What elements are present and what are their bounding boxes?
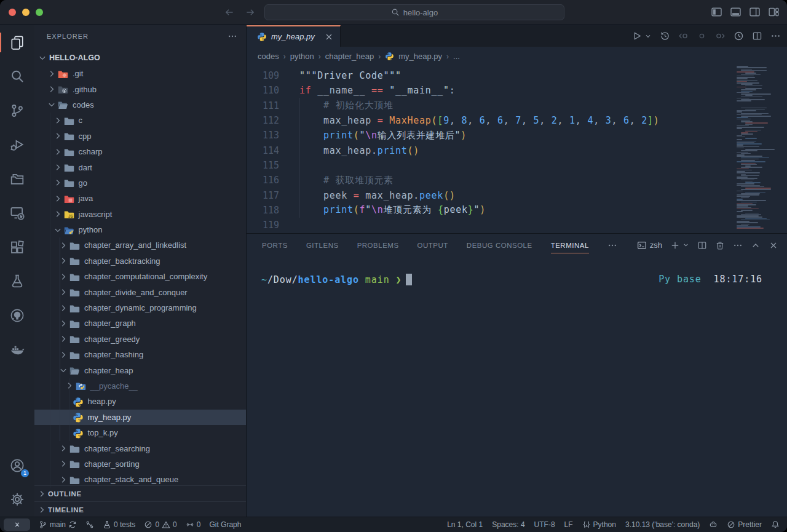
folder-chapter_sorting[interactable]: chapter_sorting xyxy=(34,456,246,472)
timeline-history-icon[interactable] xyxy=(660,31,670,41)
remote-indicator[interactable] xyxy=(4,518,30,531)
activity-extensions[interactable] xyxy=(0,230,34,264)
tree-root[interactable]: HELLO-ALGO xyxy=(34,50,246,66)
breadcrumb-item[interactable]: ... xyxy=(453,52,460,61)
panel-tab-output[interactable]: OUTPUT xyxy=(417,234,448,256)
terminal-dropdown-icon[interactable] xyxy=(682,242,689,248)
folder-chapter_backtracking[interactable]: chapter_backtracking xyxy=(34,253,246,269)
status-broadcast[interactable]: 0 xyxy=(186,520,201,529)
views-more-actions-icon[interactable] xyxy=(227,31,237,41)
breadcrumb-item[interactable]: my_heap.py xyxy=(398,52,442,61)
activity-github[interactable] xyxy=(0,298,34,333)
folder-codes[interactable]: codes xyxy=(34,97,246,113)
change-icon[interactable] xyxy=(697,31,707,41)
maximize-panel-icon[interactable] xyxy=(751,240,761,250)
activity-source-control[interactable] xyxy=(0,93,34,128)
folder-chapter_searching[interactable]: chapter_searching xyxy=(34,440,246,456)
panel-tab-terminal[interactable]: TERMINAL xyxy=(551,234,589,256)
panel-tab-gitlens[interactable]: GITLENS xyxy=(306,234,339,256)
status-gitlens-compare[interactable] xyxy=(85,520,94,529)
close-tab-icon[interactable] xyxy=(324,32,334,42)
folder-chapter_divide_and_conquer[interactable]: chapter_divide_and_conquer xyxy=(34,284,246,300)
previous-change-icon[interactable] xyxy=(678,31,689,41)
panel-tab-debug-console[interactable]: DEBUG CONSOLE xyxy=(467,234,532,256)
kill-terminal-icon[interactable] xyxy=(715,240,725,250)
panel-tab-problems[interactable]: PROBLEMS xyxy=(357,234,399,256)
toggle-panel-icon[interactable] xyxy=(730,6,742,18)
folder-chapter_array_and_linkedlist[interactable]: chapter_array_and_linkedlist xyxy=(34,237,246,253)
status-indentation[interactable]: Spaces: 4 xyxy=(492,520,524,529)
panel-more-icon[interactable] xyxy=(607,240,617,250)
folder-python[interactable]: python xyxy=(34,222,246,237)
folder-chapter_dynamic_programming[interactable]: chapter_dynamic_programming xyxy=(34,300,246,316)
status-copilot[interactable] xyxy=(709,520,718,529)
tab-my-heap[interactable]: my_heap.py xyxy=(247,25,341,47)
panel-tab-ports[interactable]: PORTS xyxy=(262,234,288,256)
folder-dart[interactable]: dart xyxy=(34,159,246,175)
status-prettier[interactable]: Prettier xyxy=(727,520,762,529)
activity-project-manager[interactable] xyxy=(0,162,34,196)
zoom-window-button[interactable] xyxy=(36,9,43,16)
status-encoding[interactable]: UTF-8 xyxy=(534,520,555,529)
back-arrow-icon[interactable] xyxy=(224,7,235,18)
status-eol[interactable]: LF xyxy=(564,520,573,529)
status-git-graph[interactable]: Git Graph xyxy=(209,520,241,529)
folder-cpp[interactable]: cpp xyxy=(34,129,246,144)
folder-chapter_heap[interactable]: chapter_heap xyxy=(34,362,246,378)
command-center-search[interactable]: hello-algo xyxy=(264,4,564,20)
status-language-mode[interactable]: Python xyxy=(582,520,616,529)
status-tests[interactable]: 0 tests xyxy=(103,520,135,529)
folder-csharp[interactable]: csharp xyxy=(34,144,246,159)
customize-layout-icon[interactable] xyxy=(768,6,780,18)
activity-testing[interactable] xyxy=(0,264,34,299)
activity-explorer[interactable] xyxy=(0,25,34,60)
folder-chapter_hashing[interactable]: chapter_hashing xyxy=(34,347,246,362)
outline-section[interactable]: OUTLINE xyxy=(34,485,246,501)
folder-java[interactable]: java xyxy=(34,191,246,206)
more-actions-icon[interactable] xyxy=(770,31,781,41)
folder-go[interactable]: go xyxy=(34,175,246,191)
activity-settings[interactable] xyxy=(0,483,34,517)
file-heap.py[interactable]: heap.py xyxy=(34,394,246,409)
close-panel-icon[interactable] xyxy=(769,240,778,250)
terminal-profile[interactable]: zsh xyxy=(637,240,662,250)
folder-chapter_greedy[interactable]: chapter_greedy xyxy=(34,332,246,347)
activity-accounts[interactable]: 1 xyxy=(0,448,34,483)
folder-.git[interactable]: .git xyxy=(34,66,246,81)
split-terminal-icon[interactable] xyxy=(697,240,707,250)
folder-chapter_computational_complexity[interactable]: chapter_computational_complexity xyxy=(34,269,246,284)
folder-.github[interactable]: .github xyxy=(34,81,246,97)
close-window-button[interactable] xyxy=(9,9,16,16)
activity-run-and-debug[interactable] xyxy=(0,128,34,162)
new-terminal-icon[interactable] xyxy=(670,240,680,250)
file-top_k.py[interactable]: top_k.py xyxy=(34,425,246,440)
activity-remote-explorer[interactable] xyxy=(0,196,34,231)
activity-docker[interactable] xyxy=(0,333,34,367)
timer-icon[interactable] xyxy=(734,31,744,41)
breadcrumb-item[interactable]: python xyxy=(290,52,314,61)
terminal[interactable]: ~/Dow/hello-algo main ❯ Py base 18:17:16 xyxy=(247,256,787,517)
timeline-section[interactable]: TIMELINE xyxy=(34,501,246,517)
status-python-interpreter[interactable]: 3.10.13 ('base': conda) xyxy=(625,520,700,529)
folder-chapter_graph[interactable]: chapter_graph xyxy=(34,316,246,331)
forward-arrow-icon[interactable] xyxy=(245,7,256,18)
folder-c[interactable]: c xyxy=(34,113,246,128)
run-dropdown-icon[interactable] xyxy=(644,33,652,40)
minimap[interactable] xyxy=(735,66,780,233)
breadcrumb-item[interactable]: chapter_heap xyxy=(325,52,374,61)
folder-javascript[interactable]: JSjavascript xyxy=(34,207,246,222)
minimize-window-button[interactable] xyxy=(22,9,30,16)
activity-search[interactable] xyxy=(0,60,34,94)
code-editor[interactable]: 109"""Driver Code"""110if __name__ == "_… xyxy=(247,66,787,233)
toggle-sidebar-icon[interactable] xyxy=(711,6,722,18)
breadcrumb-item[interactable]: codes xyxy=(258,52,279,61)
file-my_heap.py[interactable]: my_heap.py xyxy=(34,410,246,425)
split-editor-icon[interactable] xyxy=(752,31,762,41)
toggle-secondary-sidebar-icon[interactable] xyxy=(749,6,761,18)
terminal-more-icon[interactable] xyxy=(733,240,743,250)
status-branch-main[interactable]: main xyxy=(39,520,77,529)
status-notifications[interactable] xyxy=(771,520,780,529)
status-cursor-position[interactable]: Ln 1, Col 1 xyxy=(447,520,483,529)
run-button-icon[interactable] xyxy=(631,31,642,41)
folder-__pycache__[interactable]: __pycache__ xyxy=(34,378,246,394)
